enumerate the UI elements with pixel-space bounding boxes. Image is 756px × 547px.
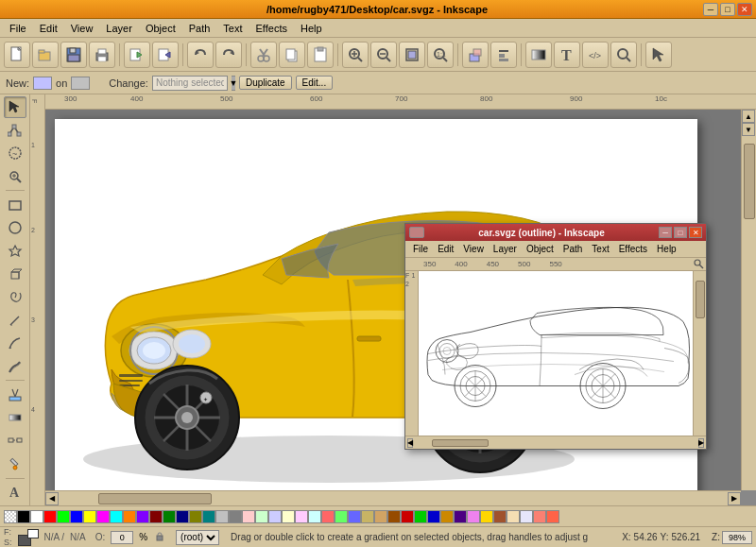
outline-menu-text[interactable]: Text <box>588 243 612 255</box>
black-swatch[interactable] <box>17 510 30 523</box>
menu-effects[interactable]: Effects <box>250 21 293 36</box>
on-color-box[interactable] <box>71 77 90 90</box>
medblue-swatch[interactable] <box>348 510 361 523</box>
outline-menu-effects[interactable]: Effects <box>615 243 651 255</box>
menu-help[interactable]: Help <box>295 21 328 36</box>
lightyellow-swatch[interactable] <box>282 510 295 523</box>
tan-swatch[interactable] <box>374 510 387 523</box>
menu-view[interactable]: View <box>65 21 99 36</box>
maximize-button[interactable]: □ <box>720 3 735 16</box>
import-button[interactable] <box>124 42 150 68</box>
white-swatch[interactable] <box>30 510 43 523</box>
scroll-right-btn[interactable]: ▶ <box>728 492 741 505</box>
outline-menu-view[interactable]: View <box>459 243 488 255</box>
connector-tool[interactable] <box>4 430 26 452</box>
nothing-selected-input[interactable] <box>152 76 228 91</box>
silver-swatch[interactable] <box>215 510 229 523</box>
zoom-100-button[interactable]: 1:1 <box>427 42 454 68</box>
circle-tool[interactable] <box>4 217 26 239</box>
new-color-box[interactable] <box>33 77 52 90</box>
khaki-swatch[interactable] <box>361 510 374 523</box>
bucket-tool[interactable] <box>4 384 26 405</box>
outline-menu-object[interactable]: Object <box>523 243 558 255</box>
fill-stroke-indicator[interactable] <box>18 529 39 546</box>
new-button[interactable] <box>4 42 30 68</box>
sienna-swatch[interactable] <box>493 510 507 523</box>
outline-drawing-area[interactable] <box>419 271 693 436</box>
select-tool[interactable] <box>4 96 26 118</box>
minimize-button[interactable]: ─ <box>703 3 718 16</box>
edit-button[interactable]: Edit... <box>296 76 334 90</box>
outline-close-button[interactable]: ✕ <box>689 227 702 238</box>
darkred-swatch[interactable] <box>401 510 414 523</box>
menu-path[interactable]: Path <box>183 21 216 36</box>
maroon-swatch[interactable] <box>149 510 163 523</box>
blue-swatch[interactable] <box>70 510 83 523</box>
save-button[interactable] <box>60 42 87 68</box>
outline-menu-edit[interactable]: Edit <box>434 243 457 255</box>
duplicate-button[interactable]: Duplicate <box>239 76 292 90</box>
lightcyan-swatch[interactable] <box>308 510 321 523</box>
olive-swatch[interactable] <box>189 510 202 523</box>
zoom-input[interactable] <box>722 531 752 544</box>
dropper-tool[interactable] <box>4 453 26 474</box>
gray-swatch[interactable] <box>229 510 242 523</box>
star-tool[interactable] <box>4 240 26 262</box>
layer-selector[interactable]: (root) <box>176 530 219 545</box>
gradient-edit-tool[interactable] <box>4 407 26 429</box>
indigo-swatch[interactable] <box>454 510 467 523</box>
cyan-swatch[interactable] <box>110 510 123 523</box>
zoom-out-button[interactable] <box>370 42 397 68</box>
lime-swatch[interactable] <box>57 510 70 523</box>
v-scrollbar[interactable]: ▲ ▼ <box>741 110 756 490</box>
spiral-tool[interactable] <box>4 286 26 308</box>
canvas[interactable]: ✦ car.svgz (outline) - Inkscape ─ □ ✕ <box>45 110 741 490</box>
pink-swatch[interactable] <box>242 510 255 523</box>
tweak-tool[interactable]: ~ <box>4 143 26 164</box>
menu-edit[interactable]: Edit <box>34 21 63 36</box>
pen-tool[interactable] <box>4 333 26 354</box>
calligraphy-tool[interactable] <box>4 355 26 377</box>
layer-dropdown[interactable]: (root) <box>176 530 219 545</box>
medgreen-swatch[interactable] <box>335 510 348 523</box>
outline-menu-help[interactable]: Help <box>653 243 680 255</box>
scroll-down-btn[interactable]: ▼ <box>742 123 755 136</box>
menu-text[interactable]: Text <box>217 21 248 36</box>
redo-button[interactable] <box>215 42 242 68</box>
align-button[interactable] <box>490 42 517 68</box>
outline-menu-path[interactable]: Path <box>559 243 587 255</box>
open-button[interactable] <box>32 42 59 68</box>
v-scroll-thumb[interactable] <box>744 144 755 219</box>
darkgreen-swatch[interactable] <box>414 510 427 523</box>
scroll-up-btn[interactable]: ▲ <box>742 110 755 123</box>
transparent-swatch[interactable] <box>4 510 17 523</box>
menu-file[interactable]: File <box>4 21 32 36</box>
teal-swatch[interactable] <box>202 510 215 523</box>
lightblue-swatch[interactable] <box>268 510 282 523</box>
darkorange-swatch[interactable] <box>440 510 454 523</box>
darkblue-swatch[interactable] <box>427 510 440 523</box>
outline-scrollbar-v[interactable] <box>693 271 706 436</box>
magenta-swatch[interactable] <box>96 510 110 523</box>
purple-swatch[interactable] <box>136 510 149 523</box>
paste-button[interactable] <box>307 42 334 68</box>
outline-minimize-button[interactable]: ─ <box>659 227 672 238</box>
outline-menu-file[interactable]: File <box>409 243 432 255</box>
wheat-swatch[interactable] <box>507 510 520 523</box>
lavender-swatch[interactable] <box>520 510 533 523</box>
text-tool-button[interactable]: T <box>554 42 580 68</box>
3d-box-tool[interactable] <box>4 263 26 284</box>
text-tool[interactable]: A <box>4 482 26 504</box>
coral-swatch[interactable] <box>321 510 335 523</box>
zoom-tool[interactable] <box>4 165 26 187</box>
tomato-swatch[interactable] <box>546 510 559 523</box>
red-swatch[interactable] <box>43 510 57 523</box>
copy-button[interactable] <box>279 42 305 68</box>
find-button[interactable] <box>610 42 637 68</box>
close-button[interactable]: ✕ <box>737 3 752 16</box>
transform-button[interactable] <box>462 42 489 68</box>
yellow-swatch[interactable] <box>83 510 96 523</box>
node-tool[interactable] <box>4 119 26 141</box>
lock-icon[interactable] <box>153 530 166 545</box>
zoom-fit-button[interactable] <box>399 42 425 68</box>
